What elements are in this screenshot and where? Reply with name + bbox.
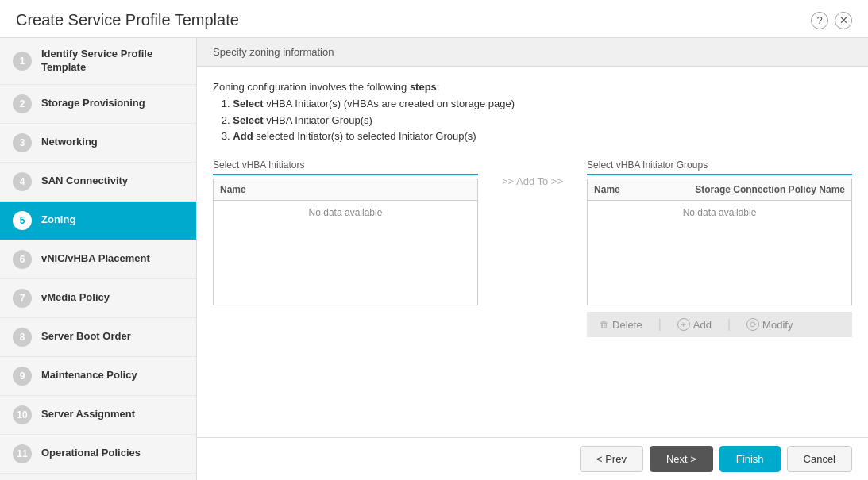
sidebar-label-3: Networking <box>41 136 98 149</box>
finish-button[interactable]: Finish <box>719 446 781 472</box>
close-button[interactable]: ✕ <box>835 12 852 29</box>
right-panel-table-wrapper: Name Storage Connection Policy Name No d… <box>587 179 852 305</box>
left-panel-table: Name No data available <box>214 179 477 225</box>
sidebar-item-5[interactable]: 5 Zoning <box>0 202 196 240</box>
right-no-data-row: No data available <box>588 201 851 225</box>
separator-2: | <box>727 317 731 332</box>
right-no-data-cell: No data available <box>588 201 851 225</box>
sidebar-label-8: Server Boot Order <box>41 330 131 344</box>
sidebar-label-6: vNIC/vHBA Placement <box>41 252 150 266</box>
header-icons: ? ✕ <box>811 12 852 29</box>
instructions: Zoning configuration involves the follow… <box>213 79 852 145</box>
sidebar: 1 Identify Service Profile Template 2 St… <box>0 38 197 480</box>
left-no-data-row: No data available <box>214 201 477 225</box>
sidebar-item-11[interactable]: 11 Operational Policies <box>0 435 196 474</box>
sidebar-label-2: Storage Provisioning <box>41 97 145 110</box>
footer-buttons: < Prev Next > Finish Cancel <box>197 437 868 480</box>
step-num-3: 3 <box>13 133 32 152</box>
prev-button[interactable]: < Prev <box>580 446 643 472</box>
sidebar-item-10[interactable]: 10 Server Assignment <box>0 396 196 435</box>
step-num-11: 11 <box>13 444 32 463</box>
left-panel: Select vHBA Initiators Name <box>213 159 478 305</box>
right-panel-title: Select vHBA Initiator Groups <box>587 159 852 175</box>
sidebar-label-10: Server Assignment <box>41 408 135 421</box>
sidebar-label-7: vMedia Policy <box>41 291 110 305</box>
left-col-name: Name <box>214 179 477 201</box>
modify-button[interactable]: ⟳ Modify <box>743 317 796 332</box>
step-num-8: 8 <box>13 328 32 347</box>
modal-body: 1 Identify Service Profile Template 2 St… <box>0 38 868 480</box>
modify-label: Modify <box>762 319 793 331</box>
sidebar-item-4[interactable]: 4 SAN Connectivity <box>0 163 196 202</box>
sidebar-item-3[interactable]: 3 Networking <box>0 124 196 163</box>
right-panel-table: Name Storage Connection Policy Name No d… <box>588 179 851 225</box>
step-num-9: 9 <box>13 367 32 386</box>
next-button[interactable]: Next > <box>650 446 713 472</box>
sidebar-label-9: Maintenance Policy <box>41 369 137 382</box>
content-body: Zoning configuration involves the follow… <box>197 67 868 437</box>
sidebar-label-1: Identify Service Profile Template <box>41 48 183 75</box>
modify-icon: ⟳ <box>746 318 759 331</box>
sidebar-item-1[interactable]: 1 Identify Service Profile Template <box>0 38 196 85</box>
trash-icon: 🗑 <box>600 319 609 330</box>
left-panel-table-wrapper: Name No data available <box>213 179 478 305</box>
step-num-7: 7 <box>13 289 32 308</box>
sidebar-label-4: SAN Connectivity <box>41 175 128 188</box>
sidebar-item-7[interactable]: 7 vMedia Policy <box>0 279 196 318</box>
right-col-policy: Storage Connection Policy Name <box>638 179 851 201</box>
panels-row: Select vHBA Initiators Name <box>213 159 852 337</box>
step-num-2: 2 <box>13 94 32 113</box>
step-num-5: 5 <box>13 211 32 230</box>
content-header: Specify zoning information <box>197 38 868 67</box>
help-button[interactable]: ? <box>811 12 828 29</box>
delete-label: Delete <box>612 319 642 331</box>
modal-header: Create Service Profile Template ? ✕ <box>0 0 868 38</box>
action-toolbar: 🗑 Delete | + Add | ⟳ Modify <box>587 312 852 337</box>
left-panel-title: Select vHBA Initiators <box>213 159 478 175</box>
delete-button[interactable]: 🗑 Delete <box>596 317 646 332</box>
sidebar-item-9[interactable]: 9 Maintenance Policy <box>0 357 196 396</box>
add-icon: + <box>677 318 690 331</box>
left-no-data-cell: No data available <box>214 201 477 225</box>
add-label: Add <box>693 319 712 331</box>
cancel-button[interactable]: Cancel <box>787 446 852 472</box>
add-to-area: >> Add To >> <box>494 159 571 203</box>
step-num-6: 6 <box>13 250 32 269</box>
modal-title: Create Service Profile Template <box>16 11 239 29</box>
sidebar-item-8[interactable]: 8 Server Boot Order <box>0 318 196 357</box>
right-panel: Select vHBA Initiator Groups Name Storag… <box>587 159 852 337</box>
sidebar-item-6[interactable]: 6 vNIC/vHBA Placement <box>0 240 196 279</box>
step-num-1: 1 <box>13 52 32 71</box>
separator-1: | <box>658 317 662 332</box>
content-area: Specify zoning information Zoning config… <box>197 38 868 480</box>
intro-text: Zoning configuration involves the follow… <box>213 81 439 93</box>
add-button[interactable]: + Add <box>674 317 715 332</box>
sidebar-label-5: Zoning <box>41 213 75 227</box>
sidebar-item-2[interactable]: 2 Storage Provisioning <box>0 85 196 124</box>
content-subtitle: Specify zoning information <box>213 46 334 58</box>
sidebar-label-11: Operational Policies <box>41 447 141 460</box>
add-to-label: >> Add To >> <box>502 175 563 187</box>
step-num-10: 10 <box>13 405 32 424</box>
step-num-4: 4 <box>13 172 32 191</box>
modal-container: Create Service Profile Template ? ✕ 1 Id… <box>0 0 868 480</box>
right-col-name: Name <box>588 179 638 201</box>
